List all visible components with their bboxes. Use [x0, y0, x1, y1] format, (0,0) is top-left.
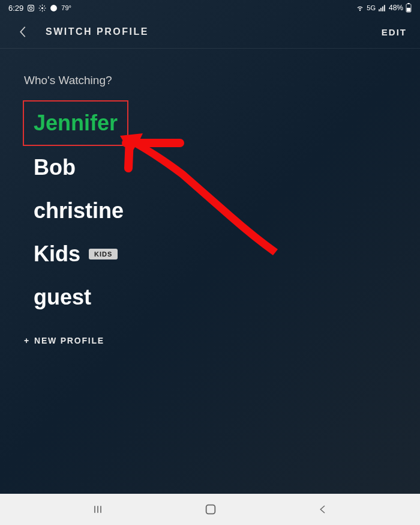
profile-name: christine	[34, 198, 124, 223]
network-type: 5G	[367, 4, 376, 11]
status-right: 5G 48%	[356, 3, 412, 13]
svg-rect-8	[384, 5, 385, 11]
svg-point-3	[50, 5, 57, 11]
profile-name: Kids	[34, 241, 80, 267]
svg-point-2	[41, 7, 43, 8]
back-button[interactable]	[18, 25, 28, 38]
svg-rect-5	[379, 9, 380, 11]
subtitle: Who's Watching?	[24, 74, 396, 87]
new-profile-button[interactable]: + NEW PROFILE	[24, 336, 396, 345]
svg-rect-11	[407, 8, 410, 11]
profile-item-bob[interactable]: Bob	[24, 146, 85, 189]
status-temperature: 79°	[61, 4, 71, 11]
app-icon	[50, 4, 58, 12]
profile-item-guest[interactable]: guest	[24, 276, 101, 319]
profile-item-jennifer[interactable]: Jennifer	[23, 100, 128, 146]
profile-item-christine[interactable]: christine	[24, 189, 133, 232]
plus-icon: +	[24, 336, 30, 345]
wifi-icon	[356, 4, 364, 12]
profile-name: guest	[34, 285, 91, 310]
svg-rect-10	[407, 3, 409, 4]
profile-item-kids[interactable]: Kids KIDS	[24, 232, 127, 276]
svg-point-4	[360, 10, 361, 11]
instagram-icon	[27, 4, 35, 12]
header-left: SWITCH PROFILE	[18, 25, 149, 38]
svg-rect-0	[28, 5, 34, 11]
status-bar: 6:29 79° 5G 48%	[0, 0, 420, 16]
header: SWITCH PROFILE EDIT	[0, 16, 420, 49]
svg-point-1	[30, 7, 32, 9]
status-left: 6:29 79°	[8, 4, 71, 13]
recent-apps-button[interactable]	[92, 503, 104, 515]
svg-rect-15	[206, 505, 215, 514]
android-nav-bar	[0, 494, 420, 525]
home-button[interactable]	[204, 503, 217, 516]
edit-button[interactable]: EDIT	[382, 27, 407, 37]
status-time: 6:29	[8, 4, 23, 13]
page-title: SWITCH PROFILE	[46, 26, 149, 37]
main-content: Who's Watching? Jennifer Bob christine K…	[0, 49, 420, 345]
svg-rect-6	[380, 8, 382, 11]
profile-list: Jennifer Bob christine Kids KIDS guest	[24, 102, 396, 319]
signal-icon	[378, 4, 386, 12]
kids-badge: KIDS	[89, 249, 118, 259]
svg-rect-7	[382, 7, 383, 11]
back-nav-button[interactable]	[317, 504, 328, 515]
battery-icon	[406, 3, 412, 13]
profile-name: Jennifer	[34, 111, 118, 136]
settings-icon	[38, 4, 46, 12]
battery-percentage: 48%	[389, 4, 403, 12]
profile-name: Bob	[34, 155, 76, 180]
new-profile-label: NEW PROFILE	[34, 336, 104, 345]
